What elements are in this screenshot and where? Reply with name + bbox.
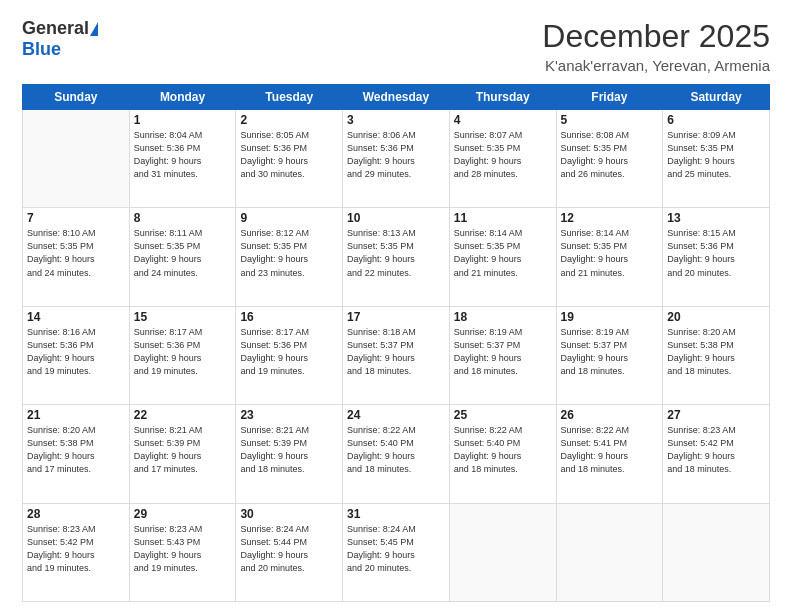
daylight-hours-text: Daylight: 9 hours xyxy=(27,253,125,266)
daylight-hours-text: Daylight: 9 hours xyxy=(454,253,552,266)
daylight-minutes-text: and 28 minutes. xyxy=(454,168,552,181)
day-info: Sunrise: 8:14 AMSunset: 5:35 PMDaylight:… xyxy=(561,227,659,279)
day-info: Sunrise: 8:23 AMSunset: 5:42 PMDaylight:… xyxy=(667,424,765,476)
day-info: Sunrise: 8:12 AMSunset: 5:35 PMDaylight:… xyxy=(240,227,338,279)
day-info: Sunrise: 8:17 AMSunset: 5:36 PMDaylight:… xyxy=(134,326,232,378)
sunset-text: Sunset: 5:40 PM xyxy=(454,437,552,450)
daylight-minutes-text: and 31 minutes. xyxy=(134,168,232,181)
sunset-text: Sunset: 5:42 PM xyxy=(27,536,125,549)
daylight-hours-text: Daylight: 9 hours xyxy=(347,549,445,562)
daylight-minutes-text: and 20 minutes. xyxy=(347,562,445,575)
table-row: 31Sunrise: 8:24 AMSunset: 5:45 PMDayligh… xyxy=(343,503,450,601)
day-number: 30 xyxy=(240,507,338,521)
daylight-minutes-text: and 18 minutes. xyxy=(240,463,338,476)
table-row: 21Sunrise: 8:20 AMSunset: 5:38 PMDayligh… xyxy=(23,405,130,503)
sunset-text: Sunset: 5:38 PM xyxy=(27,437,125,450)
sunrise-text: Sunrise: 8:22 AM xyxy=(454,424,552,437)
day-number: 1 xyxy=(134,113,232,127)
title-block: December 2025 K'anak'erravan, Yerevan, A… xyxy=(542,18,770,74)
day-number: 28 xyxy=(27,507,125,521)
sunrise-text: Sunrise: 8:22 AM xyxy=(347,424,445,437)
day-number: 5 xyxy=(561,113,659,127)
day-number: 8 xyxy=(134,211,232,225)
daylight-minutes-text: and 24 minutes. xyxy=(134,267,232,280)
sunrise-text: Sunrise: 8:22 AM xyxy=(561,424,659,437)
daylight-hours-text: Daylight: 9 hours xyxy=(240,352,338,365)
daylight-minutes-text: and 17 minutes. xyxy=(134,463,232,476)
sunrise-text: Sunrise: 8:19 AM xyxy=(454,326,552,339)
table-row: 26Sunrise: 8:22 AMSunset: 5:41 PMDayligh… xyxy=(556,405,663,503)
day-info: Sunrise: 8:19 AMSunset: 5:37 PMDaylight:… xyxy=(454,326,552,378)
day-info: Sunrise: 8:20 AMSunset: 5:38 PMDaylight:… xyxy=(27,424,125,476)
day-info: Sunrise: 8:24 AMSunset: 5:44 PMDaylight:… xyxy=(240,523,338,575)
daylight-hours-text: Daylight: 9 hours xyxy=(347,253,445,266)
col-monday: Monday xyxy=(129,85,236,110)
daylight-hours-text: Daylight: 9 hours xyxy=(561,352,659,365)
daylight-minutes-text: and 19 minutes. xyxy=(27,562,125,575)
daylight-hours-text: Daylight: 9 hours xyxy=(240,549,338,562)
day-info: Sunrise: 8:07 AMSunset: 5:35 PMDaylight:… xyxy=(454,129,552,181)
daylight-minutes-text: and 18 minutes. xyxy=(561,463,659,476)
sunrise-text: Sunrise: 8:14 AM xyxy=(561,227,659,240)
table-row: 14Sunrise: 8:16 AMSunset: 5:36 PMDayligh… xyxy=(23,306,130,404)
col-sunday: Sunday xyxy=(23,85,130,110)
sunrise-text: Sunrise: 8:08 AM xyxy=(561,129,659,142)
day-number: 9 xyxy=(240,211,338,225)
table-row: 27Sunrise: 8:23 AMSunset: 5:42 PMDayligh… xyxy=(663,405,770,503)
day-info: Sunrise: 8:04 AMSunset: 5:36 PMDaylight:… xyxy=(134,129,232,181)
col-tuesday: Tuesday xyxy=(236,85,343,110)
col-thursday: Thursday xyxy=(449,85,556,110)
table-row: 15Sunrise: 8:17 AMSunset: 5:36 PMDayligh… xyxy=(129,306,236,404)
day-info: Sunrise: 8:23 AMSunset: 5:42 PMDaylight:… xyxy=(27,523,125,575)
sunrise-text: Sunrise: 8:16 AM xyxy=(27,326,125,339)
sunset-text: Sunset: 5:37 PM xyxy=(561,339,659,352)
day-number: 24 xyxy=(347,408,445,422)
sunset-text: Sunset: 5:35 PM xyxy=(454,240,552,253)
sunset-text: Sunset: 5:44 PM xyxy=(240,536,338,549)
sunrise-text: Sunrise: 8:24 AM xyxy=(240,523,338,536)
sunset-text: Sunset: 5:36 PM xyxy=(240,142,338,155)
day-number: 17 xyxy=(347,310,445,324)
table-row: 3Sunrise: 8:06 AMSunset: 5:36 PMDaylight… xyxy=(343,110,450,208)
sunrise-text: Sunrise: 8:14 AM xyxy=(454,227,552,240)
sunrise-text: Sunrise: 8:11 AM xyxy=(134,227,232,240)
day-number: 10 xyxy=(347,211,445,225)
day-number: 6 xyxy=(667,113,765,127)
sunrise-text: Sunrise: 8:23 AM xyxy=(134,523,232,536)
table-row: 20Sunrise: 8:20 AMSunset: 5:38 PMDayligh… xyxy=(663,306,770,404)
daylight-hours-text: Daylight: 9 hours xyxy=(27,450,125,463)
col-friday: Friday xyxy=(556,85,663,110)
sunset-text: Sunset: 5:41 PM xyxy=(561,437,659,450)
table-row: 25Sunrise: 8:22 AMSunset: 5:40 PMDayligh… xyxy=(449,405,556,503)
daylight-minutes-text: and 29 minutes. xyxy=(347,168,445,181)
daylight-minutes-text: and 20 minutes. xyxy=(240,562,338,575)
sunrise-text: Sunrise: 8:13 AM xyxy=(347,227,445,240)
table-row: 2Sunrise: 8:05 AMSunset: 5:36 PMDaylight… xyxy=(236,110,343,208)
day-number: 15 xyxy=(134,310,232,324)
daylight-hours-text: Daylight: 9 hours xyxy=(134,155,232,168)
sunset-text: Sunset: 5:37 PM xyxy=(454,339,552,352)
table-row xyxy=(449,503,556,601)
day-number: 2 xyxy=(240,113,338,127)
day-number: 3 xyxy=(347,113,445,127)
day-number: 26 xyxy=(561,408,659,422)
sunset-text: Sunset: 5:35 PM xyxy=(667,142,765,155)
day-number: 12 xyxy=(561,211,659,225)
day-number: 21 xyxy=(27,408,125,422)
day-info: Sunrise: 8:17 AMSunset: 5:36 PMDaylight:… xyxy=(240,326,338,378)
sunrise-text: Sunrise: 8:09 AM xyxy=(667,129,765,142)
sunset-text: Sunset: 5:36 PM xyxy=(134,142,232,155)
sunset-text: Sunset: 5:36 PM xyxy=(134,339,232,352)
col-saturday: Saturday xyxy=(663,85,770,110)
day-info: Sunrise: 8:10 AMSunset: 5:35 PMDaylight:… xyxy=(27,227,125,279)
table-row: 24Sunrise: 8:22 AMSunset: 5:40 PMDayligh… xyxy=(343,405,450,503)
sunrise-text: Sunrise: 8:12 AM xyxy=(240,227,338,240)
sunset-text: Sunset: 5:35 PM xyxy=(240,240,338,253)
daylight-minutes-text: and 23 minutes. xyxy=(240,267,338,280)
day-info: Sunrise: 8:14 AMSunset: 5:35 PMDaylight:… xyxy=(454,227,552,279)
day-info: Sunrise: 8:24 AMSunset: 5:45 PMDaylight:… xyxy=(347,523,445,575)
day-info: Sunrise: 8:21 AMSunset: 5:39 PMDaylight:… xyxy=(134,424,232,476)
daylight-minutes-text: and 22 minutes. xyxy=(347,267,445,280)
table-row: 7Sunrise: 8:10 AMSunset: 5:35 PMDaylight… xyxy=(23,208,130,306)
day-info: Sunrise: 8:13 AMSunset: 5:35 PMDaylight:… xyxy=(347,227,445,279)
